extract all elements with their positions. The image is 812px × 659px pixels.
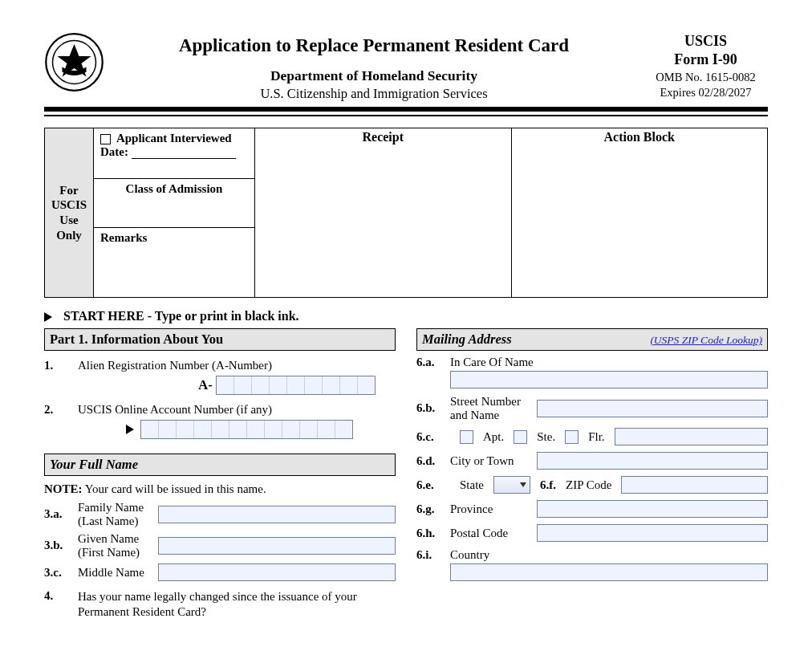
country-label: Country — [450, 548, 768, 562]
country-input[interactable] — [450, 563, 768, 581]
family-name-label: Family Name(Last Name) — [78, 501, 158, 527]
city-input[interactable] — [537, 452, 768, 470]
uscis-side-label: ForUSCISUseOnly — [51, 183, 87, 243]
postal-code-label: Postal Code — [450, 527, 537, 540]
form-dept: Department of Homeland Security — [104, 67, 644, 84]
mailing-address-label: Mailing Address — [422, 332, 512, 348]
province-label: Province — [450, 502, 537, 516]
form-title: Application to Replace Permanent Residen… — [104, 35, 644, 56]
applicant-interviewed-checkbox[interactable] — [100, 134, 111, 144]
middle-name-label: Middle Name — [78, 566, 158, 580]
usps-zip-lookup-link[interactable]: (USPS ZIP Code Lookup) — [650, 334, 762, 347]
m6i-number: 6.i. — [416, 548, 450, 562]
q2-number: 2. — [44, 403, 78, 417]
note-label: NOTE: — [44, 482, 83, 495]
part1-title: Part 1. Information About You — [44, 328, 396, 351]
province-input[interactable] — [537, 500, 768, 518]
unit-number-input[interactable] — [615, 428, 768, 445]
in-care-of-label: In Care Of Name — [450, 356, 768, 369]
omb-number: OMB No. 1615-0082 — [644, 70, 768, 85]
m6e-number: 6.e. — [416, 478, 450, 492]
family-name-input[interactable] — [158, 506, 396, 523]
uscis-use-only-box: ForUSCISUseOnly Applicant Interviewed Da… — [44, 128, 768, 298]
q4-text: Has your name legally changed since the … — [78, 589, 396, 620]
a-number-input[interactable] — [216, 376, 376, 395]
state-select[interactable] — [493, 476, 530, 494]
mailing-address-bar: Mailing Address (USPS ZIP Code Lookup) — [416, 328, 768, 351]
zip-label: ZIP Code — [566, 478, 611, 492]
m6b-number: 6.b. — [416, 401, 450, 415]
m6g-number: 6.g. — [416, 502, 450, 516]
q3c-number: 3.c. — [44, 566, 78, 580]
a-prefix: A- — [198, 377, 213, 393]
name-note: NOTE: Your card will be issued in this n… — [44, 482, 396, 496]
given-name-label: Given Name(First Name) — [78, 532, 158, 559]
flr-label: Flr. — [588, 430, 604, 444]
note-text: Your card will be issued in this name. — [85, 482, 266, 495]
your-full-name-label: Your Full Name — [50, 457, 138, 473]
q4-number: 4. — [44, 589, 78, 620]
ste-checkbox[interactable] — [514, 430, 527, 444]
q1-label: Alien Registration Number (A-Number) — [78, 359, 396, 372]
receipt-label: Receipt — [255, 128, 511, 225]
q2-label: USCIS Online Account Number (if any) — [78, 403, 396, 417]
expires: Expires 02/28/2027 — [644, 85, 768, 100]
q1-number: 1. — [44, 359, 78, 372]
date-line[interactable] — [132, 158, 236, 159]
date-label: Date: — [100, 145, 128, 158]
middle-name-input[interactable] — [158, 563, 396, 581]
m6c-number: 6.c. — [416, 430, 450, 444]
city-label: City or Town — [450, 454, 537, 468]
remarks-label: Remarks — [94, 228, 254, 297]
q3a-number: 3.a. — [44, 507, 78, 521]
uscis-account-number-input[interactable] — [140, 420, 353, 439]
your-full-name-bar: Your Full Name — [44, 454, 396, 476]
given-name-input[interactable] — [158, 537, 396, 555]
dhs-seal-icon — [44, 32, 104, 96]
m6h-number: 6.h. — [416, 527, 450, 540]
m6f-number: 6.f. — [540, 478, 556, 492]
m6a-number: 6.a. — [416, 356, 450, 369]
form-header: Application to Replace Permanent Residen… — [44, 32, 768, 112]
postal-code-input[interactable] — [537, 524, 768, 542]
triangle-icon — [44, 312, 52, 322]
header-rule — [44, 115, 768, 116]
in-care-of-input[interactable] — [450, 371, 768, 388]
m6d-number: 6.d. — [416, 454, 450, 468]
form-agency: U.S. Citizenship and Immigration Service… — [104, 86, 644, 102]
street-label: Street Numberand Name — [450, 395, 537, 421]
flr-checkbox[interactable] — [565, 430, 579, 444]
apt-checkbox[interactable] — [460, 430, 473, 444]
applicant-interviewed-label: Applicant Interviewed — [116, 132, 232, 144]
ste-label: Ste. — [537, 430, 555, 444]
class-of-admission-label: Class of Admission — [94, 179, 254, 228]
apt-label: Apt. — [483, 430, 504, 444]
state-label: State — [460, 478, 484, 492]
form-number: Form I-90 — [644, 51, 768, 69]
triangle-icon — [126, 425, 134, 434]
start-here-text: START HERE - Type or print in black ink. — [63, 309, 299, 323]
action-block-label: Action Block — [512, 128, 768, 297]
start-here: START HERE - Type or print in black ink. — [44, 309, 768, 323]
q3b-number: 3.b. — [44, 539, 78, 552]
uscis-label: USCIS — [644, 32, 768, 51]
street-input[interactable] — [537, 400, 768, 417]
zip-input[interactable] — [621, 476, 768, 494]
